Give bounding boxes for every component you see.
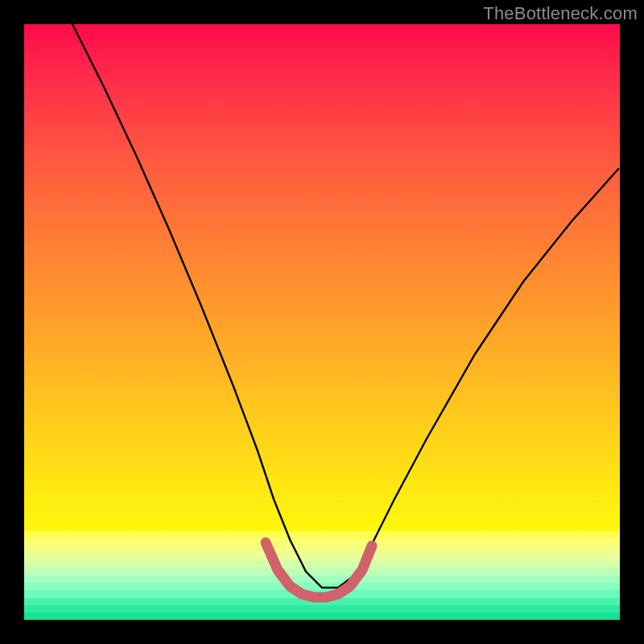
- bottleneck-flat-marker: [266, 543, 372, 597]
- watermark-text: TheBottleneck.com: [483, 3, 638, 24]
- plot-area: [24, 24, 620, 620]
- bottleneck-curve: [72, 24, 618, 588]
- chart-frame: TheBottleneck.com: [0, 0, 644, 644]
- curve-layer: [24, 24, 620, 620]
